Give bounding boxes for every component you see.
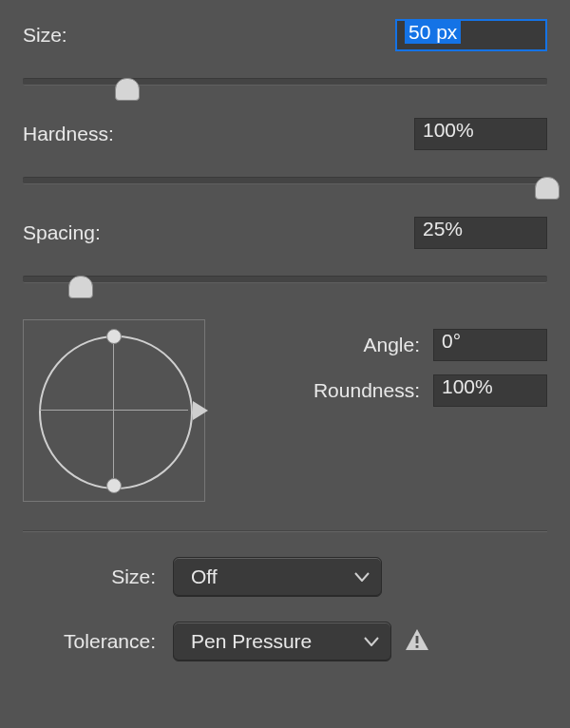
hardness-row: Hardness: 100% — [23, 118, 547, 150]
hardness-slider-thumb[interactable] — [535, 177, 560, 200]
spacing-row: Spacing: 25% — [23, 217, 547, 249]
angle-label: Angle: — [363, 334, 420, 356]
size-label: Size: — [23, 24, 67, 47]
spacing-input[interactable]: 25% — [414, 217, 547, 249]
size-slider-thumb[interactable] — [115, 78, 140, 101]
size-slider-track — [23, 78, 547, 86]
spacing-slider-track — [23, 276, 547, 283]
roundness-handle-bottom[interactable] — [106, 478, 122, 493]
angle-arrow-icon[interactable] — [193, 401, 208, 420]
angle-circle-icon — [39, 335, 193, 489]
dyn-tolerance-select-value: Pen Pressure — [191, 630, 312, 653]
dyn-size-select-value: Off — [191, 565, 218, 588]
dyn-tolerance-label: Tolerance: — [23, 630, 156, 653]
hardness-input[interactable]: 100% — [414, 118, 547, 150]
angle-roundness-control[interactable] — [23, 319, 205, 502]
spacing-label: Spacing: — [23, 221, 101, 244]
spacing-slider[interactable] — [23, 270, 547, 300]
svg-rect-1 — [416, 645, 419, 648]
size-slider[interactable] — [23, 72, 547, 103]
hardness-slider[interactable] — [23, 171, 547, 201]
roundness-handle-top[interactable] — [106, 329, 122, 344]
chevron-down-icon — [354, 572, 370, 582]
svg-rect-0 — [416, 636, 419, 643]
size-input[interactable]: 50 px — [395, 19, 547, 51]
chevron-down-icon — [364, 637, 379, 646]
size-row: Size: 50 px — [23, 19, 547, 51]
roundness-input[interactable]: 100% — [433, 374, 547, 407]
divider — [23, 530, 547, 532]
spacing-slider-thumb[interactable] — [68, 276, 93, 298]
hardness-slider-track — [23, 177, 547, 184]
warning-icon — [405, 628, 429, 656]
dyn-size-label: Size: — [23, 565, 156, 588]
dyn-size-select[interactable]: Off — [173, 557, 382, 597]
hardness-label: Hardness: — [23, 123, 114, 145]
roundness-label: Roundness: — [314, 379, 420, 402]
dyn-tolerance-select[interactable]: Pen Pressure — [173, 622, 391, 661]
angle-input[interactable]: 0° — [433, 329, 547, 361]
